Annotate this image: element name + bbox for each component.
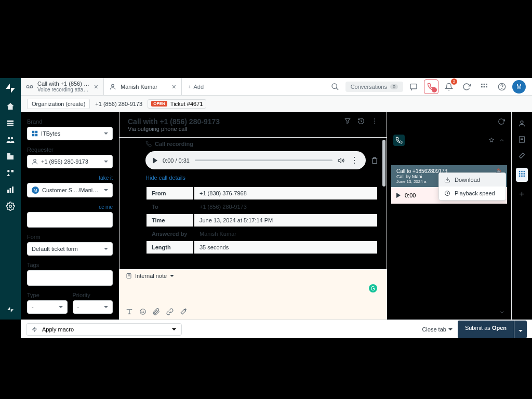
notifications-button[interactable]: 2	[442, 79, 456, 94]
right-context-rail	[511, 112, 532, 320]
knowledge-icon[interactable]	[518, 136, 526, 143]
refresh-button[interactable]	[459, 79, 474, 94]
composer-mode[interactable]: Internal note	[135, 273, 167, 279]
svg-point-33	[374, 118, 375, 119]
svg-point-0	[26, 85, 29, 88]
shapes-icon[interactable]	[6, 168, 15, 178]
status-badge: OPEN	[151, 101, 167, 107]
call-details-table: From+1 (830) 376-7968 To+1 (856) 280-917…	[145, 186, 378, 255]
search-button[interactable]	[328, 79, 342, 94]
play-icon[interactable]	[396, 193, 401, 198]
composer-textarea[interactable]: G	[119, 282, 387, 306]
trash-icon[interactable]	[371, 157, 378, 164]
zendesk-small-icon[interactable]	[6, 305, 15, 314]
more-icon[interactable]	[371, 117, 378, 125]
form-select[interactable]: Default ticket form	[27, 242, 113, 256]
menu-playback-speed[interactable]: Playback speed	[439, 187, 506, 200]
type-select[interactable]: -	[27, 300, 68, 314]
history-icon[interactable]	[357, 117, 365, 125]
plus-icon: +	[188, 84, 191, 90]
close-icon[interactable]: ×	[172, 83, 176, 91]
add-tab-button[interactable]: + Add	[182, 78, 210, 95]
scrollbar-thumb[interactable]	[382, 140, 385, 187]
zendesk-logo-icon[interactable]	[4, 82, 17, 95]
pin-icon[interactable]	[488, 137, 495, 143]
main-content: Brand ITBytes Requester +1 (856) 280-917…	[21, 112, 532, 320]
top-tab-bar: Call with +1 (856) 280-9... Voice record…	[21, 78, 532, 96]
close-tab-button[interactable]: Close tab	[422, 326, 452, 332]
tags-label: Tags	[27, 262, 113, 268]
chevron-down-icon[interactable]	[499, 309, 505, 315]
svg-rect-26	[12, 187, 14, 193]
apply-macro-select[interactable]: Apply macro	[26, 323, 182, 336]
svg-point-1	[30, 85, 33, 88]
svg-rect-29	[35, 131, 38, 134]
search-icon	[331, 83, 339, 91]
phone-button[interactable]	[424, 79, 438, 94]
play-icon[interactable]	[153, 157, 157, 164]
hide-details-link[interactable]: Hide call details	[145, 175, 378, 181]
filter-icon[interactable]	[344, 117, 351, 125]
ticket-status-pill[interactable]: OPEN Ticket #4671	[148, 99, 206, 109]
submit-dropdown[interactable]	[514, 321, 527, 338]
audio-track[interactable]	[195, 159, 332, 161]
apps-icon-active[interactable]	[516, 168, 528, 182]
tab-user[interactable]: Manish Kumar ×	[104, 78, 182, 95]
svg-point-27	[9, 205, 12, 208]
chat-button[interactable]	[406, 79, 421, 94]
attachment-icon[interactable]	[153, 308, 160, 315]
refresh-icon[interactable]	[498, 118, 505, 125]
close-icon[interactable]: ×	[94, 83, 98, 91]
tags-input[interactable]	[27, 270, 113, 286]
svg-rect-53	[519, 176, 521, 177]
audio-more-icon[interactable]: ⋮	[350, 155, 358, 165]
form-label: Form	[27, 234, 113, 240]
chevron-down-icon	[59, 306, 63, 308]
customers-icon[interactable]	[6, 135, 15, 144]
organizations-icon[interactable]	[6, 152, 15, 161]
tab-call[interactable]: Call with +1 (856) 280-9... Voice record…	[21, 78, 104, 95]
plus-icon[interactable]	[518, 190, 526, 198]
svg-rect-11	[484, 86, 485, 87]
submit-button[interactable]: Submit as Open	[458, 321, 514, 338]
apps-grid-button[interactable]	[477, 79, 491, 94]
svg-rect-21	[10, 155, 14, 159]
svg-rect-50	[519, 173, 521, 175]
chevron-up-icon[interactable]	[499, 137, 505, 143]
help-button[interactable]	[495, 79, 509, 94]
emoji-icon[interactable]	[139, 308, 147, 315]
ticket-header: Call with +1 (856) 280-9173 Via outgoing…	[119, 112, 387, 137]
take-it-link[interactable]: take it	[99, 175, 113, 181]
magic-icon[interactable]	[180, 308, 187, 315]
app-download-recordings[interactable]: Download Call Recordings	[387, 130, 511, 150]
menu-download[interactable]: Download	[439, 173, 506, 187]
volume-icon[interactable]	[338, 157, 345, 164]
requester-select[interactable]: +1 (856) 280-9173	[27, 155, 113, 168]
svg-rect-30	[32, 134, 35, 137]
priority-select[interactable]: -	[73, 300, 113, 314]
apps-title: Apps	[393, 117, 410, 125]
ccs-label: CCs	[27, 204, 38, 210]
text-format-icon[interactable]	[126, 308, 133, 315]
audio-player[interactable]: 0:00 / 0:31 ⋮	[145, 151, 366, 169]
chevron-down-icon	[104, 306, 108, 308]
grammarly-icon[interactable]: G	[369, 284, 377, 292]
svg-rect-28	[32, 131, 35, 134]
reporting-icon[interactable]	[6, 185, 15, 194]
conversations-button[interactable]: Conversations 0	[345, 82, 403, 92]
home-icon[interactable]	[6, 102, 15, 111]
chevron-down-icon[interactable]	[170, 275, 174, 277]
admin-icon[interactable]	[6, 202, 15, 211]
assignee-select[interactable]: M Customer S... /Manish Ku...	[27, 183, 113, 197]
user-avatar[interactable]: M	[512, 80, 526, 94]
magic-icon[interactable]	[518, 152, 526, 159]
cc-me-link[interactable]: cc me	[99, 204, 113, 210]
ccs-input[interactable]	[27, 212, 113, 228]
user-icon[interactable]	[518, 119, 526, 127]
brand-select[interactable]: ITBytes	[27, 127, 113, 140]
organization-pill[interactable]: Organization (create)	[27, 99, 90, 109]
svg-rect-16	[7, 123, 14, 124]
views-icon[interactable]	[6, 118, 15, 128]
svg-point-3	[112, 84, 114, 87]
link-icon[interactable]	[166, 308, 174, 315]
